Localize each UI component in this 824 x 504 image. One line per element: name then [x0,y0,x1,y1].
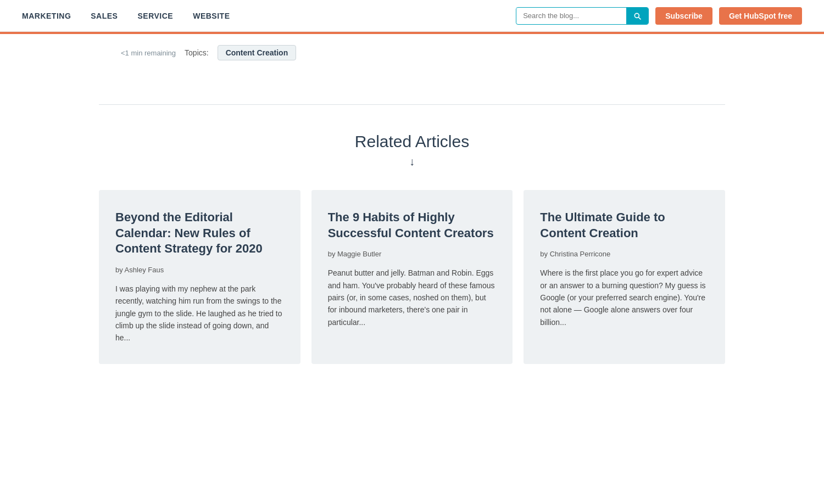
card-2-author: by Maggie Butler [328,250,497,258]
card-2-excerpt: Peanut butter and jelly. Batman and Robi… [328,267,497,328]
nav-right: Subscribe Get HubSpot free [516,7,802,25]
reading-time: <1 min remaining [121,49,176,57]
card-3-excerpt: Where is the first place you go for expe… [540,267,709,328]
card-1-title: Beyond the Editorial Calendar: New Rules… [115,210,284,257]
search-button[interactable] [626,8,648,24]
navbar: MARKETING SALES SERVICE WEBSITE Subscrib… [0,0,824,32]
article-card-3[interactable]: The Ultimate Guide to Content Creation b… [524,190,725,364]
topic-tag[interactable]: Content Creation [218,45,297,60]
nav-marketing[interactable]: MARKETING [22,12,71,20]
arrow-down-icon: ↓ [99,155,725,168]
search-input[interactable] [516,8,626,23]
card-2-title: The 9 Habits of Highly Successful Conten… [328,210,497,241]
cards-grid: Beyond the Editorial Calendar: New Rules… [99,190,725,364]
nav-links: MARKETING SALES SERVICE WEBSITE [22,12,230,20]
meta-bar: <1 min remaining Topics: Content Creatio… [0,34,824,71]
nav-service[interactable]: SERVICE [137,12,173,20]
card-1-author: by Ashley Faus [115,266,284,274]
hubspot-button[interactable]: Get HubSpot free [719,7,802,25]
subscribe-button[interactable]: Subscribe [655,7,712,25]
search-wrapper [516,7,649,25]
nav-website[interactable]: WEBSITE [193,12,230,20]
article-card-2[interactable]: The 9 Habits of Highly Successful Conten… [311,190,513,364]
article-card-1[interactable]: Beyond the Editorial Calendar: New Rules… [99,190,300,364]
card-1-excerpt: I was playing with my nephew at the park… [115,283,284,344]
card-3-title: The Ultimate Guide to Content Creation [540,210,709,241]
related-articles-section: Related Articles ↓ Beyond the Editorial … [0,105,824,397]
topics-label: Topics: [185,48,209,57]
search-icon [633,12,642,20]
related-articles-title: Related Articles [99,132,725,151]
nav-sales[interactable]: SALES [91,12,118,20]
card-3-author: by Christina Perricone [540,250,709,258]
